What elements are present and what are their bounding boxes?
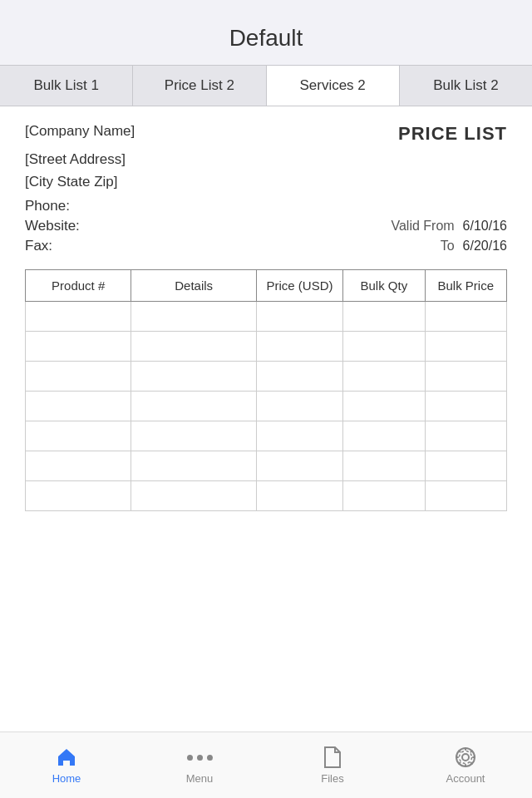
table-cell[interactable] — [131, 332, 257, 362]
svg-point-1 — [462, 754, 469, 761]
tab-bar: Bulk List 1 Price List 2 Services 2 Bulk… — [0, 65, 532, 106]
table-cell[interactable] — [131, 421, 257, 451]
table-cell[interactable] — [343, 481, 425, 511]
to-date: 6/20/16 — [463, 239, 507, 254]
table-cell[interactable] — [26, 332, 131, 362]
table-cell[interactable] — [343, 332, 425, 362]
table-cell[interactable] — [425, 362, 506, 392]
phone-row: Phone: — [25, 198, 507, 214]
table-cell[interactable] — [131, 362, 257, 392]
table-cell[interactable] — [256, 421, 342, 451]
website-label: Website: — [25, 218, 80, 234]
table-cell[interactable] — [131, 481, 257, 511]
col-bulk-price: Bulk Price — [425, 270, 506, 302]
table-cell[interactable] — [343, 421, 425, 451]
col-price-usd: Price (USD) — [256, 270, 342, 302]
phone-label: Phone: — [25, 198, 70, 214]
col-details: Details — [131, 270, 257, 302]
table-cell[interactable] — [425, 332, 506, 362]
files-icon — [321, 746, 344, 769]
menu-icon — [188, 746, 211, 769]
nav-account[interactable]: Account — [399, 732, 532, 798]
table-cell[interactable] — [131, 451, 257, 481]
table-cell[interactable] — [343, 451, 425, 481]
table-cell[interactable] — [343, 392, 425, 421]
tab-price-list-2[interactable]: Price List 2 — [133, 66, 266, 106]
price-table: Product # Details Price (USD) Bulk Qty B… — [25, 269, 507, 511]
table-cell[interactable] — [26, 392, 131, 421]
table-cell[interactable] — [131, 392, 257, 421]
fax-row: Fax: To 6/20/16 — [25, 238, 507, 254]
table-cell[interactable] — [425, 302, 506, 332]
website-row: Website: Valid From 6/10/16 — [25, 218, 507, 234]
fax-label: Fax: — [25, 238, 52, 254]
nav-files-label: Files — [321, 772, 343, 785]
to-section: To 6/20/16 — [441, 239, 507, 254]
nav-home-label: Home — [52, 772, 81, 785]
valid-from-label: Valid From — [391, 219, 454, 234]
valid-from-section: Valid From 6/10/16 — [391, 219, 507, 234]
table-cell[interactable] — [343, 362, 425, 392]
company-name: [Company Name] — [25, 123, 135, 140]
account-icon — [454, 746, 477, 769]
table-cell[interactable] — [26, 421, 131, 451]
table-cell[interactable] — [425, 421, 506, 451]
table-cell[interactable] — [26, 481, 131, 511]
table-cell[interactable] — [26, 451, 131, 481]
nav-files[interactable]: Files — [266, 732, 399, 798]
city-state-zip: [City State Zip] — [25, 170, 507, 193]
bottom-nav: Home Menu Files A — [0, 732, 532, 798]
table-cell[interactable] — [131, 302, 257, 332]
table-cell[interactable] — [425, 481, 506, 511]
document-content: [Company Name] PRICE LIST [Street Addres… — [0, 106, 532, 755]
header: Default — [0, 0, 532, 65]
col-product-num: Product # — [26, 270, 131, 302]
table-cell[interactable] — [256, 302, 342, 332]
company-header: [Company Name] PRICE LIST — [25, 123, 507, 145]
nav-menu[interactable]: Menu — [133, 732, 266, 798]
tab-bulk-list-2[interactable]: Bulk List 2 — [400, 66, 532, 106]
nav-menu-label: Menu — [186, 772, 214, 785]
street-address: [Street Address] — [25, 148, 507, 170]
valid-from-date: 6/10/16 — [463, 219, 507, 234]
tab-bulk-list-1[interactable]: Bulk List 1 — [0, 66, 133, 106]
nav-home[interactable]: Home — [0, 732, 133, 798]
table-cell[interactable] — [256, 332, 342, 362]
table-cell[interactable] — [256, 451, 342, 481]
table-cell[interactable] — [256, 362, 342, 392]
tab-services-2[interactable]: Services 2 — [267, 66, 400, 106]
page-title: Default — [229, 25, 303, 51]
table-cell[interactable] — [256, 481, 342, 511]
svg-point-2 — [460, 751, 472, 764]
table-cell[interactable] — [26, 302, 131, 332]
nav-account-label: Account — [446, 772, 485, 785]
col-bulk-qty: Bulk Qty — [343, 270, 425, 302]
table-cell[interactable] — [26, 362, 131, 392]
price-list-heading: PRICE LIST — [398, 123, 507, 145]
table-cell[interactable] — [425, 392, 506, 421]
table-cell[interactable] — [343, 302, 425, 332]
home-icon — [55, 746, 78, 769]
table-cell[interactable] — [256, 392, 342, 421]
to-label: To — [441, 239, 455, 254]
table-cell[interactable] — [425, 451, 506, 481]
